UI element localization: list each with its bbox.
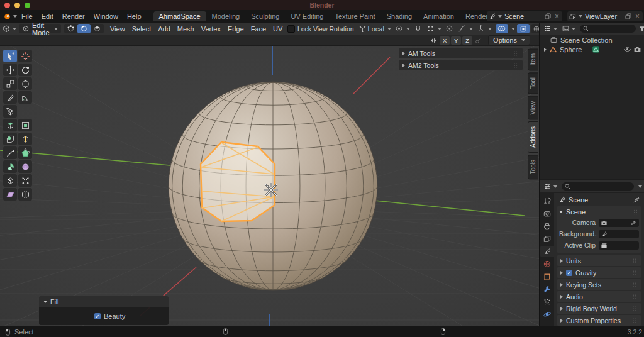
eyedropper-icon[interactable] [630, 219, 637, 226]
workspace-tab-animation[interactable]: Animation [418, 11, 460, 21]
transform-orientation-dropdown[interactable]: Local [357, 25, 393, 33]
properties-editor-type-button[interactable] [541, 182, 559, 191]
rip-region-tool[interactable] [18, 188, 32, 201]
npanel-am-tools[interactable]: AM Tools [399, 48, 523, 58]
loop-cut-tool[interactable] [18, 133, 32, 145]
panel-keying-sets[interactable]: Keying Sets [557, 279, 641, 290]
panel-custom-properties[interactable]: Custom Properties [557, 315, 641, 326]
unlink-scene-button[interactable]: × [553, 12, 561, 21]
smooth-tool[interactable] [18, 160, 32, 173]
scale-tool[interactable] [3, 77, 17, 90]
panel-audio[interactable]: Audio [557, 291, 641, 302]
viewport-menu-edge[interactable]: Edge [224, 25, 247, 33]
properties-tab-particles[interactable] [540, 296, 554, 307]
viewlayer-selector[interactable]: ViewLayer × [567, 11, 643, 21]
viewport-menu-face[interactable]: Face [247, 25, 269, 33]
properties-tab-render[interactable] [540, 208, 554, 219]
pivot-point-dropdown[interactable] [393, 25, 412, 33]
workspace-tab-modeling[interactable]: Modeling [206, 11, 246, 21]
add-cube-tool[interactable] [3, 105, 17, 118]
workspace-tab-sculpting[interactable]: Sculpting [245, 11, 285, 21]
annotate-tool[interactable] [3, 91, 17, 104]
inset-faces-tool[interactable] [18, 119, 32, 131]
mirror-axis-z-button[interactable]: Z [462, 36, 472, 45]
overlays-toggle[interactable] [496, 24, 508, 33]
menu-help[interactable]: Help [123, 13, 146, 20]
viewport-menu-view[interactable]: View [107, 25, 129, 33]
outliner-search[interactable] [580, 25, 636, 33]
sidebar-tab-item[interactable]: Item [528, 48, 538, 70]
panel-gravity[interactable]: ✓Gravity [557, 267, 641, 278]
menu-window[interactable]: Window [89, 13, 123, 20]
bevel-tool[interactable] [3, 133, 17, 145]
sidebar-tab-addons[interactable]: Addons [528, 121, 538, 153]
sidebar-tab-tools[interactable]: Tools [528, 155, 538, 179]
editor-type-button[interactable] [0, 25, 18, 33]
lock-view-rotation-toggle[interactable]: Lock View Rotation [287, 25, 354, 33]
field-background--input[interactable] [599, 230, 639, 238]
select-box-tool[interactable] [3, 50, 17, 62]
mirror-axis-y-button[interactable]: Y [451, 36, 461, 45]
beauty-checkbox[interactable]: ✓ [94, 313, 101, 319]
outliner-search-input[interactable] [591, 25, 633, 33]
spin-tool[interactable] [3, 160, 17, 173]
blender-logo-icon[interactable] [3, 13, 11, 21]
scene-selector[interactable]: Scene × [487, 11, 562, 21]
field-active-clip-input[interactable] [599, 241, 639, 250]
properties-tab-tool[interactable] [540, 196, 554, 207]
snap-toggle[interactable] [412, 24, 425, 33]
shear-tool[interactable] [3, 188, 17, 201]
move-tool[interactable] [3, 64, 17, 76]
panel-units[interactable]: Units [557, 255, 641, 266]
show-overlays-dropdown[interactable] [494, 24, 517, 33]
outliner-display-mode-dropdown[interactable] [560, 25, 577, 33]
shading-wire-button[interactable] [531, 24, 539, 33]
new-scene-button[interactable] [543, 13, 553, 20]
properties-search[interactable] [562, 182, 634, 191]
workspace-tab-shading[interactable]: Shading [381, 11, 418, 21]
viewport-menu-vertex[interactable]: Vertex [197, 25, 224, 33]
show-gizmo-dropdown[interactable] [475, 25, 494, 33]
operator-panel-header[interactable]: Fill [39, 296, 169, 307]
outliner-row-scene-collection[interactable]: Scene Collection [540, 35, 644, 45]
workspace-tab-uv-editing[interactable]: UV Editing [285, 11, 329, 21]
viewport-menu-add[interactable]: Add [155, 25, 174, 33]
npanel-am2-tools[interactable]: AM2 Tools [399, 60, 523, 70]
properties-search-input[interactable] [573, 182, 631, 191]
viewport-menu-uv[interactable]: UV [270, 25, 286, 33]
panel-checkbox[interactable]: ✓ [566, 270, 572, 276]
menu-file[interactable]: File [17, 13, 37, 20]
remove-viewlayer-button[interactable]: × [633, 12, 641, 21]
snap-target-dropdown[interactable] [425, 25, 443, 33]
mode-dropdown[interactable]: Edit Mode [19, 24, 61, 33]
properties-tab-object[interactable] [540, 271, 554, 282]
select-mode-vertex[interactable] [64, 24, 77, 33]
expand-icon[interactable] [544, 48, 547, 52]
menu-edit[interactable]: Edit [37, 13, 58, 20]
transform-tool[interactable] [18, 77, 32, 90]
editor-divider[interactable] [539, 23, 540, 326]
properties-tab-output[interactable] [540, 221, 554, 232]
measure-tool[interactable] [18, 91, 32, 104]
properties-tab-scene[interactable] [540, 246, 554, 257]
workspace-tab-texture-paint[interactable]: Texture Paint [329, 11, 380, 21]
edge-slide-tool[interactable] [3, 174, 17, 187]
select-mode-face[interactable] [91, 24, 104, 33]
eyedropper-icon[interactable] [633, 196, 640, 204]
tweak-fallback-icon[interactable] [474, 36, 482, 45]
disable-render-camera-icon[interactable] [633, 45, 641, 53]
outliner-editor-type-button[interactable] [541, 25, 559, 33]
properties-tab-view-layer[interactable] [540, 233, 554, 245]
proportional-editing-toggle[interactable] [443, 24, 456, 33]
properties-tab-modifiers[interactable] [540, 284, 554, 295]
properties-tab-world[interactable] [540, 258, 554, 270]
proportional-falloff-dropdown[interactable] [456, 25, 475, 33]
viewport-menu-select[interactable]: Select [128, 25, 155, 33]
sidebar-tab-view[interactable]: View [528, 96, 538, 120]
3d-viewport[interactable]: AM ToolsAM2 Tools ItemToolViewAddonsTool… [0, 46, 539, 326]
xray-toggle[interactable] [517, 24, 530, 33]
outliner-row-sphere[interactable]: Sphere [540, 45, 644, 54]
knife-tool[interactable] [3, 146, 17, 159]
filter-icon[interactable] [638, 25, 644, 33]
scene-panel-header[interactable]: Scene [559, 207, 639, 216]
